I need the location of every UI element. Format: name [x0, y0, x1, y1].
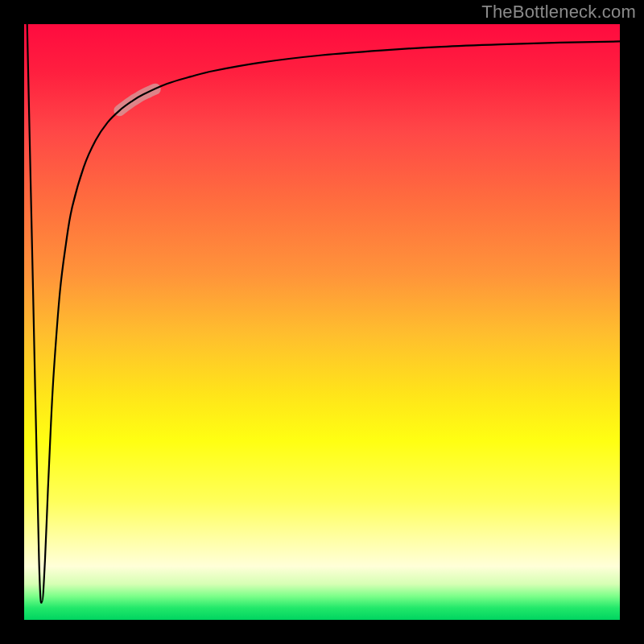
watermark-text: TheBottleneck.com — [481, 2, 636, 23]
curve-svg — [24, 24, 620, 620]
plot-area — [24, 24, 620, 620]
chart-frame: TheBottleneck.com — [0, 0, 644, 644]
